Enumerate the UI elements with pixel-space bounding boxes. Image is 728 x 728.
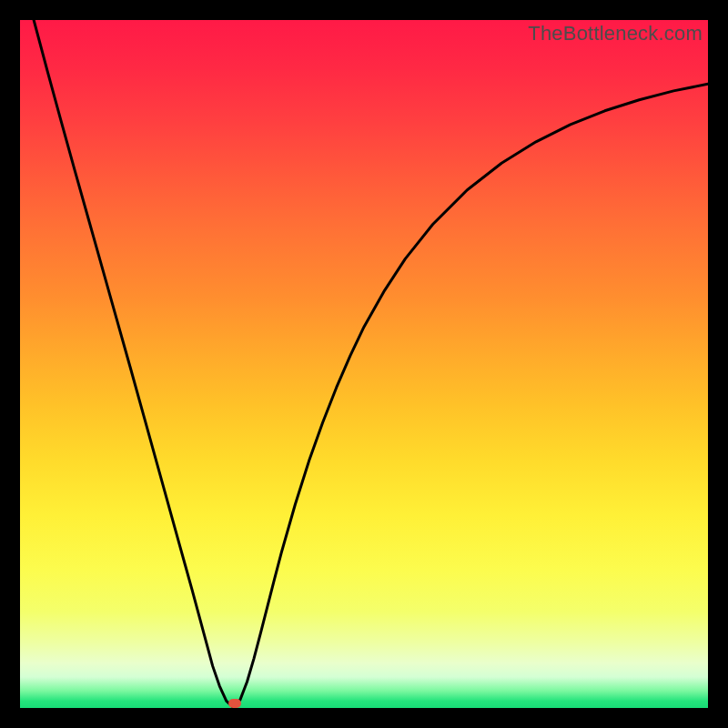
watermark-text: TheBottleneck.com	[528, 22, 703, 46]
optimum-marker	[228, 699, 241, 708]
gradient-background	[20, 20, 708, 708]
plot-frame: TheBottleneck.com	[20, 20, 708, 708]
svg-rect-0	[20, 20, 708, 708]
